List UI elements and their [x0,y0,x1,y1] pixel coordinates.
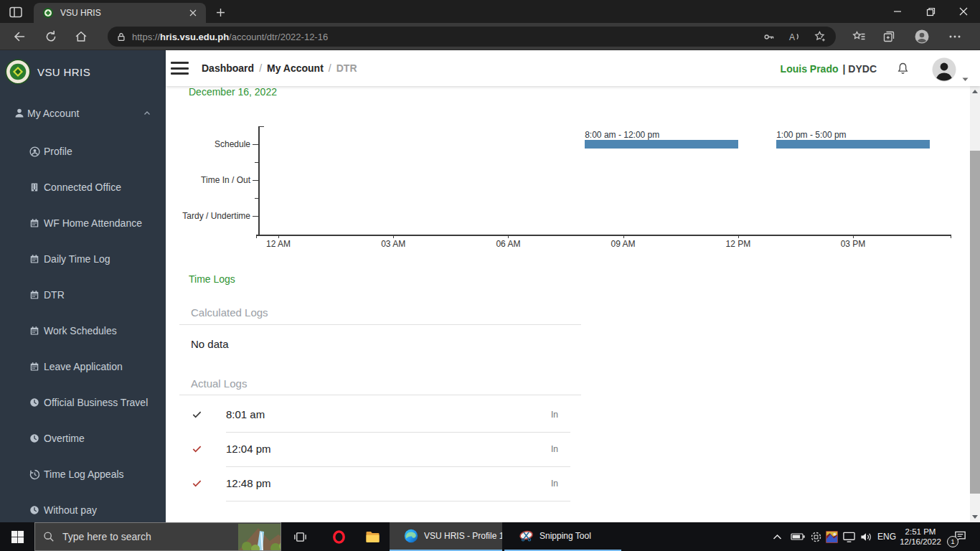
sidebar-item-leave-application[interactable]: Leave Application [0,354,166,379]
scroll-up-icon[interactable] [970,86,980,97]
calculated-logs-empty: No data [191,338,229,350]
address-bar[interactable]: https://hris.vsu.edu.ph/account/dtr/2022… [108,27,836,47]
user-office: | DYDC [843,63,877,75]
account-caret-icon[interactable] [962,77,969,82]
svg-text:A: A [789,32,795,42]
network-icon[interactable] [839,522,858,551]
start-button[interactable] [0,522,34,551]
search-input[interactable] [61,530,207,543]
avatar[interactable] [932,57,956,82]
window-close-button[interactable] [947,0,980,23]
hamburger-menu-icon[interactable] [171,62,189,75]
brand-name: VSU HRIS [37,66,90,78]
sidebar-item-connected-office[interactable]: Connected Office [0,175,166,199]
breadcrumb-dashboard[interactable]: Dashboard [202,62,254,74]
notifications-bell-icon[interactable] [896,62,910,76]
tab-close-icon[interactable] [186,6,200,20]
sidebar-item-label: Work Schedules [44,325,117,336]
back-icon[interactable] [7,24,32,49]
language-indicator[interactable]: ENG [875,522,898,551]
chart-x-tick-label: 06 AM [486,239,529,249]
calendar-icon [29,326,39,336]
sidebar-item-label: Connected Office [44,182,121,193]
sidebar-item-label: My Account [27,108,79,119]
schedule-bar[interactable] [585,140,738,149]
actual-logs-title: Actual Logs [191,377,247,390]
brand: VSU HRIS [0,50,166,93]
log-direction-tag: In [551,444,558,454]
user-circle-icon [29,146,40,157]
password-key-icon[interactable] [758,28,778,45]
battery-icon[interactable] [788,522,808,551]
collections-icon[interactable] [877,24,901,49]
tab-title: VSU HRIS [60,8,186,18]
chevron-up-icon [143,109,151,118]
opera-icon[interactable] [323,522,354,551]
actual-log-row[interactable]: 8:01 amIn [166,397,740,432]
refresh-icon[interactable] [39,24,63,49]
browser-profile-icon[interactable] [910,24,934,49]
sidebar-item-wf-home-attendance[interactable]: WF Home Attendance [0,211,166,235]
sidebar-item-overtime[interactable]: Overtime [0,426,166,451]
clock-date: 12/16/2022 [900,537,941,547]
sidebar-item-label: WF Home Attendance [44,217,142,229]
browser-menu-icon[interactable] [943,24,967,49]
sidebar-item-label: Profile [44,146,72,157]
sidebar-item-daily-time-log[interactable]: Daily Time Log [0,247,166,271]
sidebar-item-dtr[interactable]: DTR [0,283,166,307]
volume-icon[interactable] [857,522,875,551]
taskbar-search[interactable] [34,522,281,551]
chart-tick [623,235,624,238]
tray-sync-circle-icon[interactable] [808,522,824,551]
check-icon [192,443,202,454]
user-info[interactable]: Louis Prado | DYDC [781,51,877,86]
actual-log-row[interactable]: 12:04 pmIn [166,432,740,466]
sidebar-item-label: Without pay [44,504,97,516]
taskbar-window-label: VSU HRIS - Profile 1... [424,531,502,541]
taskbar-clock[interactable]: 2:51 PM 12/16/2022 [898,522,943,551]
chart-tick [853,235,854,238]
breadcrumb-dtr[interactable]: DTR [336,62,357,74]
taskbar-window-vsu-hris-profile-1[interactable]: VSU HRIS - Profile 1... [390,522,502,551]
scroll-down-icon[interactable] [970,512,980,522]
divider [226,501,570,501]
sidebar-item-profile[interactable]: Profile [0,139,166,164]
vsu-logo-icon [5,59,31,85]
file-explorer-icon[interactable] [357,522,389,551]
breadcrumb-my-account[interactable]: My Account [267,62,324,74]
task-view-icon[interactable] [286,522,314,551]
calendar-icon [29,218,39,228]
new-tab-button[interactable] [212,4,229,20]
tab-layout-icon[interactable] [6,4,26,21]
window-restore-button[interactable] [914,0,947,23]
sidebar-item-time-log-appeals[interactable]: Time Log Appeals [0,462,166,486]
action-center-icon[interactable]: 1 [947,522,971,551]
chart-tick [278,235,279,238]
breadcrumb: Dashboard/My Account/DTR [202,62,357,74]
chart-x-axis [256,235,951,236]
search-highlight-image[interactable] [230,524,281,551]
add-favorite-icon[interactable] [810,28,830,45]
sidebar-item-without-pay[interactable]: Without pay [0,498,166,522]
actual-log-row[interactable]: 12:48 pmIn [166,466,740,501]
read-aloud-icon[interactable]: A [784,28,804,45]
tray-chevron-up-icon[interactable] [769,522,785,551]
check-icon [192,409,202,420]
tray-app-icon[interactable] [824,522,839,551]
user-name: Louis Prado [781,63,839,75]
sidebar-item-work-schedules[interactable]: Work Schedules [0,319,166,343]
window-minimize-button[interactable] [881,0,914,23]
taskbar-window-snipping-tool[interactable]: Snipping Tool [504,522,621,551]
sidebar-item-label: Overtime [44,433,85,444]
scrollbar-thumb[interactable] [970,151,980,494]
app-header: Dashboard/My Account/DTR Louis Prado | D… [166,51,980,86]
sidebar-item-official-business-travel[interactable]: Official Business Travel [0,390,166,415]
browser-tab[interactable]: VSU HRIS [34,3,206,23]
sidebar-item-label: Leave Application [44,361,123,372]
breadcrumb-separator: / [329,62,331,74]
schedule-bar[interactable] [776,140,930,149]
home-icon[interactable] [69,24,93,49]
sidebar-item-my-account[interactable]: My Account [0,101,166,126]
favorites-icon[interactable] [847,24,871,49]
page-scrollbar[interactable] [970,86,980,522]
